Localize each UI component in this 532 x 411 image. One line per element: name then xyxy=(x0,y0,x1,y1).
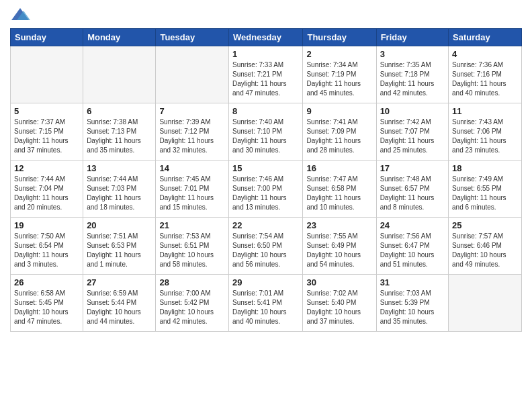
weekday-header-wednesday: Wednesday xyxy=(229,29,303,46)
calendar-cell: 1Sunrise: 7:33 AMSunset: 7:21 PMDaylight… xyxy=(229,46,303,103)
calendar-cell: 4Sunrise: 7:36 AMSunset: 7:16 PMDaylight… xyxy=(449,46,522,103)
day-info: Sunrise: 7:02 AMSunset: 5:40 PMDaylight:… xyxy=(306,289,372,326)
day-number: 22 xyxy=(232,220,299,230)
week-row-2: 12Sunrise: 7:44 AMSunset: 7:04 PMDayligh… xyxy=(11,161,522,218)
day-info: Sunrise: 6:59 AMSunset: 5:44 PMDaylight:… xyxy=(87,289,152,326)
day-info: Sunrise: 7:51 AMSunset: 6:53 PMDaylight:… xyxy=(87,232,152,269)
day-info: Sunrise: 7:37 AMSunset: 7:15 PMDaylight:… xyxy=(14,118,79,155)
calendar-cell: 17Sunrise: 7:48 AMSunset: 6:57 PMDayligh… xyxy=(376,161,448,218)
day-number: 5 xyxy=(14,106,79,116)
header xyxy=(10,7,522,23)
calendar-cell xyxy=(11,46,83,103)
day-number: 20 xyxy=(87,220,152,230)
day-info: Sunrise: 7:34 AMSunset: 7:19 PMDaylight:… xyxy=(306,60,372,98)
calendar-cell: 28Sunrise: 7:00 AMSunset: 5:42 PMDayligh… xyxy=(156,275,229,332)
day-info: Sunrise: 7:41 AMSunset: 7:09 PMDaylight:… xyxy=(306,118,372,155)
calendar-cell: 5Sunrise: 7:37 AMSunset: 7:15 PMDaylight… xyxy=(11,103,83,161)
day-number: 21 xyxy=(159,220,225,230)
calendar-cell: 30Sunrise: 7:02 AMSunset: 5:40 PMDayligh… xyxy=(303,275,376,332)
calendar-cell: 2Sunrise: 7:34 AMSunset: 7:19 PMDaylight… xyxy=(303,46,376,103)
day-info: Sunrise: 7:57 AMSunset: 6:46 PMDaylight:… xyxy=(452,232,518,269)
calendar-cell: 11Sunrise: 7:43 AMSunset: 7:06 PMDayligh… xyxy=(449,103,522,161)
day-info: Sunrise: 7:50 AMSunset: 6:54 PMDaylight:… xyxy=(14,232,79,269)
week-row-4: 26Sunrise: 6:58 AMSunset: 5:45 PMDayligh… xyxy=(11,275,522,332)
day-info: Sunrise: 7:00 AMSunset: 5:42 PMDaylight:… xyxy=(159,289,225,326)
day-info: Sunrise: 7:42 AMSunset: 7:07 PMDaylight:… xyxy=(380,118,445,155)
calendar-cell: 31Sunrise: 7:03 AMSunset: 5:39 PMDayligh… xyxy=(376,275,448,332)
calendar-cell: 9Sunrise: 7:41 AMSunset: 7:09 PMDaylight… xyxy=(303,103,376,161)
day-number: 28 xyxy=(159,277,225,287)
day-number: 11 xyxy=(452,106,518,116)
day-info: Sunrise: 7:33 AMSunset: 7:21 PMDaylight:… xyxy=(232,60,299,98)
calendar-cell: 6Sunrise: 7:38 AMSunset: 7:13 PMDaylight… xyxy=(83,103,156,161)
calendar-cell: 22Sunrise: 7:54 AMSunset: 6:50 PMDayligh… xyxy=(229,218,303,275)
calendar-cell: 12Sunrise: 7:44 AMSunset: 7:04 PMDayligh… xyxy=(11,161,83,218)
day-info: Sunrise: 7:44 AMSunset: 7:04 PMDaylight:… xyxy=(14,175,79,212)
day-number: 18 xyxy=(452,163,518,173)
calendar-cell: 25Sunrise: 7:57 AMSunset: 6:46 PMDayligh… xyxy=(449,218,522,275)
page: SundayMondayTuesdayWednesdayThursdayFrid… xyxy=(0,0,532,342)
day-info: Sunrise: 7:55 AMSunset: 6:49 PMDaylight:… xyxy=(306,232,372,269)
day-number: 31 xyxy=(380,277,445,287)
day-number: 8 xyxy=(232,106,299,116)
day-info: Sunrise: 7:38 AMSunset: 7:13 PMDaylight:… xyxy=(87,118,152,155)
day-number: 13 xyxy=(87,163,152,173)
day-number: 29 xyxy=(232,277,299,287)
day-info: Sunrise: 6:58 AMSunset: 5:45 PMDaylight:… xyxy=(14,289,79,326)
day-number: 15 xyxy=(232,163,299,173)
calendar-cell: 20Sunrise: 7:51 AMSunset: 6:53 PMDayligh… xyxy=(83,218,156,275)
week-row-3: 19Sunrise: 7:50 AMSunset: 6:54 PMDayligh… xyxy=(11,218,522,275)
day-number: 6 xyxy=(87,106,152,116)
day-info: Sunrise: 7:49 AMSunset: 6:55 PMDaylight:… xyxy=(452,175,518,212)
day-number: 16 xyxy=(306,163,372,173)
calendar-cell xyxy=(449,275,522,332)
day-info: Sunrise: 7:39 AMSunset: 7:12 PMDaylight:… xyxy=(159,118,225,155)
calendar-cell: 7Sunrise: 7:39 AMSunset: 7:12 PMDaylight… xyxy=(156,103,229,161)
calendar: SundayMondayTuesdayWednesdayThursdayFrid… xyxy=(10,28,522,332)
weekday-header-friday: Friday xyxy=(376,29,448,46)
weekday-header-row: SundayMondayTuesdayWednesdayThursdayFrid… xyxy=(11,29,522,46)
weekday-header-thursday: Thursday xyxy=(303,29,376,46)
day-number: 2 xyxy=(306,49,372,59)
calendar-cell xyxy=(156,46,229,103)
calendar-cell xyxy=(83,46,156,103)
calendar-cell: 18Sunrise: 7:49 AMSunset: 6:55 PMDayligh… xyxy=(449,161,522,218)
day-info: Sunrise: 7:53 AMSunset: 6:51 PMDaylight:… xyxy=(159,232,225,269)
calendar-cell: 26Sunrise: 6:58 AMSunset: 5:45 PMDayligh… xyxy=(11,275,83,332)
day-info: Sunrise: 7:45 AMSunset: 7:01 PMDaylight:… xyxy=(159,175,225,212)
day-info: Sunrise: 7:35 AMSunset: 7:18 PMDaylight:… xyxy=(380,60,445,98)
logo xyxy=(10,7,33,23)
calendar-cell: 14Sunrise: 7:45 AMSunset: 7:01 PMDayligh… xyxy=(156,161,229,218)
day-number: 19 xyxy=(14,220,79,230)
logo-icon xyxy=(10,7,30,23)
weekday-header-monday: Monday xyxy=(83,29,156,46)
day-info: Sunrise: 7:43 AMSunset: 7:06 PMDaylight:… xyxy=(452,118,518,155)
weekday-header-sunday: Sunday xyxy=(11,29,83,46)
day-info: Sunrise: 7:56 AMSunset: 6:47 PMDaylight:… xyxy=(380,232,445,269)
day-number: 27 xyxy=(87,277,152,287)
day-info: Sunrise: 7:44 AMSunset: 7:03 PMDaylight:… xyxy=(87,175,152,212)
calendar-cell: 15Sunrise: 7:46 AMSunset: 7:00 PMDayligh… xyxy=(229,161,303,218)
calendar-cell: 3Sunrise: 7:35 AMSunset: 7:18 PMDaylight… xyxy=(376,46,448,103)
calendar-cell: 10Sunrise: 7:42 AMSunset: 7:07 PMDayligh… xyxy=(376,103,448,161)
calendar-cell: 27Sunrise: 6:59 AMSunset: 5:44 PMDayligh… xyxy=(83,275,156,332)
weekday-header-saturday: Saturday xyxy=(449,29,522,46)
day-info: Sunrise: 7:03 AMSunset: 5:39 PMDaylight:… xyxy=(380,289,445,326)
week-row-1: 5Sunrise: 7:37 AMSunset: 7:15 PMDaylight… xyxy=(11,103,522,161)
day-info: Sunrise: 7:48 AMSunset: 6:57 PMDaylight:… xyxy=(380,175,445,212)
calendar-cell: 8Sunrise: 7:40 AMSunset: 7:10 PMDaylight… xyxy=(229,103,303,161)
week-row-0: 1Sunrise: 7:33 AMSunset: 7:21 PMDaylight… xyxy=(11,46,522,103)
calendar-cell: 13Sunrise: 7:44 AMSunset: 7:03 PMDayligh… xyxy=(83,161,156,218)
day-number: 17 xyxy=(380,163,445,173)
day-number: 25 xyxy=(452,220,518,230)
day-number: 10 xyxy=(380,106,445,116)
day-number: 12 xyxy=(14,163,79,173)
day-number: 30 xyxy=(306,277,372,287)
day-info: Sunrise: 7:47 AMSunset: 6:58 PMDaylight:… xyxy=(306,175,372,212)
calendar-cell: 21Sunrise: 7:53 AMSunset: 6:51 PMDayligh… xyxy=(156,218,229,275)
calendar-cell: 19Sunrise: 7:50 AMSunset: 6:54 PMDayligh… xyxy=(11,218,83,275)
day-number: 26 xyxy=(14,277,79,287)
calendar-cell: 24Sunrise: 7:56 AMSunset: 6:47 PMDayligh… xyxy=(376,218,448,275)
day-info: Sunrise: 7:01 AMSunset: 5:41 PMDaylight:… xyxy=(232,289,299,326)
weekday-header-tuesday: Tuesday xyxy=(156,29,229,46)
